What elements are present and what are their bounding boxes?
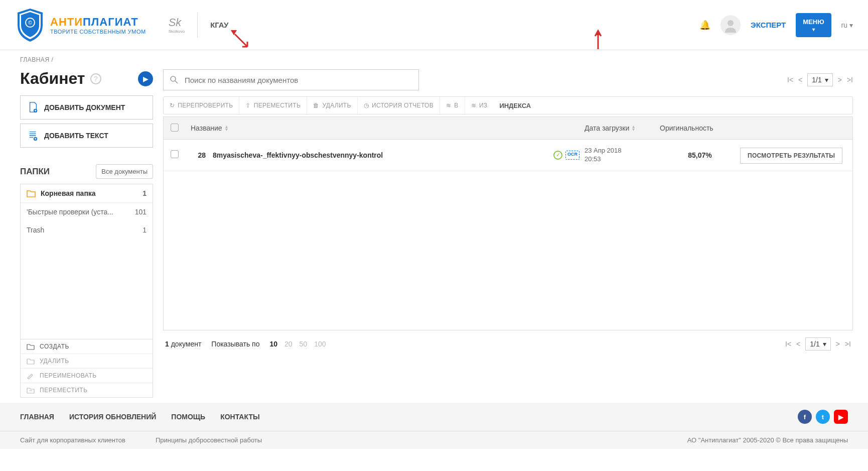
- menu-button[interactable]: МЕНЮ▾: [796, 13, 831, 37]
- view-results-button[interactable]: ПОСМОТРЕТЬ РЕЗУЛЬТАТЫ: [740, 148, 842, 164]
- page-indicator[interactable]: 1/1 ▾: [807, 73, 832, 86]
- select-all-checkbox[interactable]: [171, 124, 179, 132]
- chevron-down-icon: ▾: [849, 21, 853, 29]
- table-footer: 1 документ Показывать по 10 20 50 100 I<…: [163, 330, 853, 358]
- prev-page-icon[interactable]: <: [796, 340, 800, 348]
- page-title: Кабинет: [20, 69, 85, 88]
- annotation-arrow-icon: [230, 29, 250, 49]
- sk-logo: SkSkolkovo: [169, 16, 185, 34]
- stack-icon: ≋: [446, 102, 451, 109]
- document-plus-icon: [28, 102, 38, 113]
- index-in-button[interactable]: ≋В: [440, 97, 465, 114]
- folder-item[interactable]: Trash 1: [21, 221, 153, 239]
- facebook-icon[interactable]: f: [798, 410, 812, 424]
- page-size-50[interactable]: 50: [300, 340, 308, 348]
- youtube-icon[interactable]: ▶: [834, 410, 848, 424]
- history-button[interactable]: ◷ИСТОРИЯ ОТЧЕТОВ: [358, 97, 440, 114]
- originality-value: 85,07%: [660, 151, 740, 159]
- footer-link-contacts[interactable]: КОНТАКТЫ: [220, 413, 259, 421]
- logo[interactable]: © АНТИПЛАГИАТ ТВОРИТЕ СОБСТВЕННЫМ УМОМ S…: [15, 8, 185, 43]
- upload-date: 23 Апр 2018 20:53: [585, 147, 660, 164]
- language-selector[interactable]: ru ▾: [841, 21, 853, 29]
- pager-top: I< < 1/1 ▾ > >I: [787, 73, 853, 86]
- add-text-button[interactable]: ДОБАВИТЬ ТЕКСТ: [20, 124, 153, 148]
- page-indicator[interactable]: 1/1 ▾: [805, 337, 830, 350]
- avatar[interactable]: [720, 15, 741, 35]
- footer: ГЛАВНАЯ ИСТОРИЯ ОБНОВЛЕНИЙ ПОМОЩЬ КОНТАК…: [0, 403, 868, 449]
- create-folder-button[interactable]: СОЗДАТЬ: [21, 339, 153, 354]
- last-page-icon[interactable]: >I: [845, 340, 851, 348]
- ocr-icon: OCR: [565, 151, 580, 160]
- all-documents-button[interactable]: Все документы: [96, 164, 153, 179]
- play-button[interactable]: ▶: [138, 71, 153, 86]
- footer-link-home[interactable]: ГЛАВНАЯ: [20, 413, 54, 421]
- next-page-icon[interactable]: >: [838, 76, 842, 84]
- move-folder-button[interactable]: ПЕРЕМЕСТИТЬ: [21, 383, 153, 397]
- sort-icon: ▴▾: [632, 125, 635, 131]
- column-name[interactable]: Название▴▾: [191, 124, 585, 132]
- search-box: [163, 69, 419, 90]
- text-plus-icon: [28, 130, 38, 141]
- column-date[interactable]: Дата загрузки▴▾: [585, 124, 660, 132]
- app-header: © АНТИПЛАГИАТ ТВОРИТЕ СОБСТВЕННЫМ УМОМ S…: [0, 0, 868, 50]
- delete-button[interactable]: 🗑УДАЛИТЬ: [307, 97, 358, 114]
- user-icon: [723, 18, 738, 33]
- pencil-icon: [27, 372, 35, 379]
- svg-point-2: [728, 20, 734, 26]
- pager-bottom: I< < 1/1 ▾ > >I: [785, 337, 851, 350]
- folder-icon: [27, 189, 36, 197]
- page-size-10[interactable]: 10: [269, 340, 277, 348]
- brand-title: АНТИПЛАГИАТ: [50, 16, 146, 29]
- rename-folder-button[interactable]: ПЕРЕИМЕНОВАТЬ: [21, 369, 153, 383]
- annotation-arrow-icon: [593, 29, 603, 49]
- index-out-button[interactable]: ≋ИЗ: [465, 97, 494, 114]
- document-name: 8myasischeva-_ffektivnyy-obschestvennyy-…: [213, 151, 383, 159]
- first-page-icon[interactable]: I<: [787, 76, 793, 84]
- search-input[interactable]: [185, 76, 412, 84]
- chevron-down-icon: ▾: [825, 76, 828, 84]
- column-originality: Оригинальность: [660, 124, 740, 132]
- breadcrumb-home[interactable]: ГЛАВНАЯ /: [20, 56, 53, 63]
- breadcrumb: ГЛАВНАЯ /: [0, 50, 868, 69]
- footer-principles-link[interactable]: Принципы добросовестной работы: [156, 436, 262, 444]
- delete-folder-button[interactable]: УДАЛИТЬ: [21, 354, 153, 369]
- folders-tree: Корневая папка 1 'Быстрые проверки (уста…: [20, 184, 153, 339]
- move-button[interactable]: ⇪ПЕРЕМЕСТИТЬ: [239, 97, 307, 114]
- last-page-icon[interactable]: >I: [847, 76, 853, 84]
- brand-subtitle: ТВОРИТЕ СОБСТВЕННЫМ УМОМ: [50, 29, 146, 35]
- page-size-100[interactable]: 100: [314, 340, 326, 348]
- table-header: Название▴▾ Дата загрузки▴▾ Оригинальност…: [163, 116, 853, 140]
- first-page-icon[interactable]: I<: [785, 340, 791, 348]
- footer-corp-link[interactable]: Сайт для корпоративных клиентов: [20, 436, 125, 444]
- page-size-label: Показывать по: [211, 340, 259, 348]
- trash-icon: 🗑: [313, 102, 319, 109]
- next-page-icon[interactable]: >: [836, 340, 840, 348]
- page-size-selector: 10 20 50 100: [269, 340, 326, 348]
- page-size-20[interactable]: 20: [284, 340, 293, 348]
- table-row[interactable]: 28 8myasischeva-_ffektivnyy-obschestvenn…: [164, 140, 852, 171]
- footer-link-history[interactable]: ИСТОРИЯ ОБНОВЛЕНИЙ: [69, 413, 156, 421]
- folder-root[interactable]: Корневая папка 1: [21, 184, 153, 203]
- notifications-icon[interactable]: 🔔: [699, 20, 710, 31]
- folder-item[interactable]: 'Быстрые проверки (уста... 101: [21, 203, 153, 221]
- index-label: ИНДЕКСА: [499, 102, 531, 109]
- svg-point-5: [171, 76, 176, 81]
- chevron-down-icon: ▾: [803, 27, 824, 32]
- add-document-button[interactable]: ДОБАВИТЬ ДОКУМЕНТ: [20, 95, 153, 120]
- move-icon: [27, 387, 35, 394]
- sidebar: Кабинет ? ▶ ДОБАВИТЬ ДОКУМЕНТ ДОБАВИТЬ Т…: [5, 69, 153, 398]
- document-toolbar: ↻ПЕРЕПРОВЕРИТЬ ⇪ПЕРЕМЕСТИТЬ 🗑УДАЛИТЬ ◷ИС…: [163, 96, 853, 114]
- clock-icon: ◷: [364, 102, 369, 109]
- chevron-down-icon: ▾: [823, 340, 826, 348]
- sort-icon: ▴▾: [225, 125, 228, 131]
- footer-link-help[interactable]: ПОМОЩЬ: [171, 413, 205, 421]
- svg-text:©: ©: [28, 20, 32, 26]
- help-icon[interactable]: ?: [90, 73, 101, 84]
- row-number: 28: [191, 151, 206, 159]
- row-checkbox[interactable]: [171, 150, 179, 158]
- folder-minus-icon: [27, 358, 35, 365]
- prev-page-icon[interactable]: <: [798, 76, 802, 84]
- recheck-button[interactable]: ↻ПЕРЕПРОВЕРИТЬ: [164, 97, 239, 114]
- twitter-icon[interactable]: t: [816, 410, 830, 424]
- export-icon: ⇪: [245, 102, 250, 109]
